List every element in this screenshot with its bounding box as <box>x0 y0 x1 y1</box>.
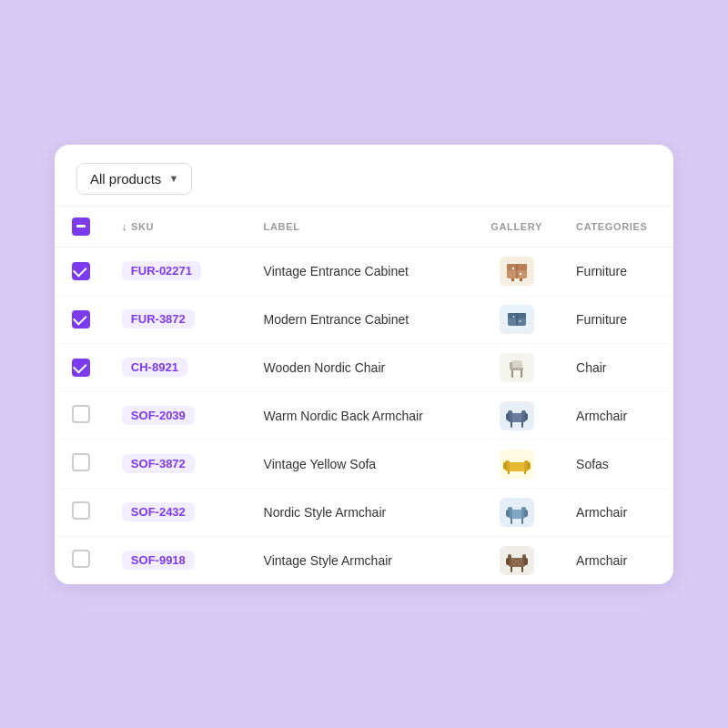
svg-rect-21 <box>524 413 528 420</box>
row-category-cell: Furniture <box>561 247 673 295</box>
gallery-thumbnail[interactable] <box>500 353 534 382</box>
svg-rect-34 <box>506 510 510 517</box>
sku-badge: FUR-02271 <box>122 261 201 280</box>
table-header-row: ↓ SKU LABEL GALLERY CATEGORIES <box>55 207 673 248</box>
row-label-cell: Nordic Style Armchair <box>249 488 472 536</box>
row-checkbox-cell <box>55 391 107 440</box>
row-category-cell: Armchair <box>561 488 673 536</box>
svg-point-4 <box>519 272 521 274</box>
svg-point-3 <box>511 267 513 268</box>
card-header: All products ▼ <box>55 145 673 207</box>
row-category-cell: Armchair <box>561 536 673 584</box>
row-checkbox-cell <box>55 343 107 391</box>
gallery-thumbnail[interactable] <box>500 257 534 286</box>
row-label-cell: Vintage Style Armchair <box>249 536 472 584</box>
row-label-cell: Vintage Entrance Cabinet <box>249 247 472 295</box>
row-label-cell: Vintage Yellow Sofa <box>249 440 472 488</box>
row-gallery-cell <box>471 295 561 343</box>
gallery-thumbnail[interactable] <box>500 305 534 334</box>
table-row: SOF-3872Vintage Yellow SofaSofas <box>55 440 673 488</box>
col-header-gallery: GALLERY <box>471 207 561 248</box>
all-products-dropdown[interactable]: All products ▼ <box>76 163 192 195</box>
sku-badge: SOF-2039 <box>122 406 195 425</box>
row-sku-cell: FUR-3872 <box>107 295 249 343</box>
row-checkbox-cell <box>55 488 107 536</box>
svg-point-10 <box>512 316 514 318</box>
gallery-thumbnail[interactable] <box>500 498 534 527</box>
sort-down-icon: ↓ <box>122 221 127 232</box>
row-checkbox-cell <box>55 247 107 295</box>
table-row: SOF-2039Warm Nordic Back ArmchairArmchai… <box>55 391 673 440</box>
table-row: CH-8921Wooden Nordic ChairChair <box>55 343 673 391</box>
svg-rect-6 <box>520 278 522 281</box>
row-checkbox[interactable] <box>72 262 90 280</box>
table-row: FUR-3872Modern Entrance CabinetFurniture <box>55 295 673 343</box>
gallery-thumbnail[interactable] <box>500 401 534 430</box>
table-row: SOF-2432Nordic Style ArmchairArmchair <box>55 488 673 536</box>
row-checkbox-cell <box>55 536 107 584</box>
svg-rect-35 <box>524 510 528 517</box>
row-sku-cell: SOF-9918 <box>107 536 249 584</box>
sku-badge: CH-8921 <box>122 358 187 377</box>
row-checkbox[interactable] <box>72 405 90 423</box>
row-sku-cell: SOF-2432 <box>107 488 249 536</box>
col-header-sku[interactable]: ↓ SKU <box>107 207 249 248</box>
svg-rect-42 <box>524 558 528 565</box>
svg-rect-20 <box>506 413 510 420</box>
row-checkbox[interactable] <box>72 550 90 568</box>
sku-badge: FUR-3872 <box>122 309 195 329</box>
row-gallery-cell <box>471 343 561 391</box>
products-table: ↓ SKU LABEL GALLERY CATEGORIES FUR-02271… <box>55 207 673 584</box>
row-category-cell: Sofas <box>561 440 673 488</box>
table-body: FUR-02271Vintage Entrance CabinetFurnitu… <box>55 247 673 584</box>
row-gallery-cell <box>471 391 561 440</box>
row-label-cell: Modern Entrance Cabinet <box>249 295 472 343</box>
row-checkbox[interactable] <box>72 310 90 329</box>
row-gallery-cell <box>471 247 561 295</box>
row-sku-cell: FUR-02271 <box>107 247 249 295</box>
row-sku-cell: CH-8921 <box>107 343 249 391</box>
col-header-label: LABEL <box>249 207 472 248</box>
svg-rect-27 <box>503 462 507 470</box>
col-header-check <box>55 207 107 248</box>
svg-point-11 <box>519 320 521 322</box>
gallery-thumbnail[interactable] <box>500 450 534 479</box>
row-gallery-cell <box>471 488 561 536</box>
chevron-down-icon: ▼ <box>168 173 178 184</box>
svg-rect-16 <box>510 362 512 369</box>
table-row: FUR-02271Vintage Entrance CabinetFurnitu… <box>55 247 673 295</box>
row-category-cell: Furniture <box>561 295 673 343</box>
row-sku-cell: SOF-2039 <box>107 391 249 440</box>
row-gallery-cell <box>471 536 561 584</box>
svg-rect-41 <box>506 558 510 565</box>
svg-rect-5 <box>511 278 514 281</box>
row-label-cell: Warm Nordic Back Armchair <box>249 391 472 440</box>
row-checkbox[interactable] <box>72 359 90 377</box>
sku-badge: SOF-9918 <box>122 551 195 570</box>
gallery-thumbnail[interactable] <box>500 546 534 575</box>
dropdown-label: All products <box>90 171 161 187</box>
row-label-cell: Wooden Nordic Chair <box>249 343 472 391</box>
row-checkbox[interactable] <box>72 453 90 471</box>
sku-sort-label: ↓ SKU <box>122 221 154 232</box>
col-header-categories: CATEGORIES <box>561 207 673 248</box>
table-row: SOF-9918Vintage Style ArmchairArmchair <box>55 536 673 584</box>
row-checkbox[interactable] <box>72 501 90 520</box>
select-all-checkbox[interactable] <box>72 217 90 236</box>
row-category-cell: Chair <box>561 343 673 391</box>
row-category-cell: Armchair <box>561 391 673 440</box>
product-table-card: All products ▼ ↓ SKU LABEL GALLERY CATEG… <box>55 145 673 584</box>
row-sku-cell: SOF-3872 <box>107 440 249 488</box>
svg-rect-28 <box>527 462 531 470</box>
row-checkbox-cell <box>55 295 107 343</box>
row-gallery-cell <box>471 440 561 488</box>
sku-badge: SOF-2432 <box>122 502 195 521</box>
sku-badge: SOF-3872 <box>122 454 195 473</box>
row-checkbox-cell <box>55 440 107 488</box>
